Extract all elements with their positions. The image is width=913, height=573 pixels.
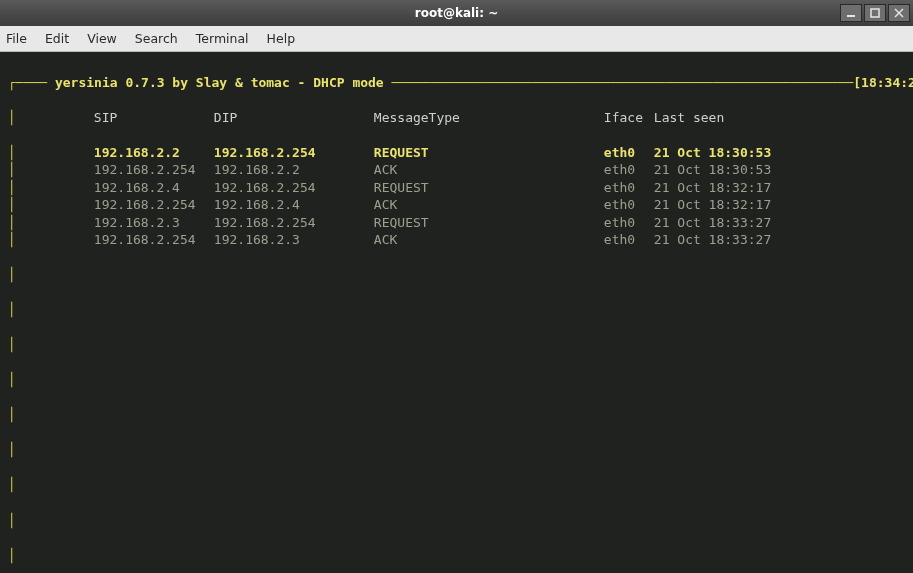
table-row-mtype: ACK [374, 196, 604, 214]
window-controls [840, 4, 913, 22]
table-row-dip: 192.168.2.2 [214, 161, 374, 179]
table-row-last: 21 Oct 18:33:27 [654, 214, 814, 232]
minimize-button[interactable] [840, 4, 862, 22]
table-row-iface: eth0 [604, 161, 654, 179]
close-button[interactable] [888, 4, 910, 22]
col-last: Last seen [654, 109, 814, 127]
table-row-dip: 192.168.2.3 [214, 231, 374, 249]
menu-search[interactable]: Search [135, 31, 178, 46]
table-row-sip: 192.168.2.254 [94, 161, 214, 179]
table-row-last: 21 Oct 18:32:17 [654, 196, 814, 214]
table-row-sip: 192.168.2.254 [94, 196, 214, 214]
svg-rect-1 [871, 9, 879, 17]
table-row-mtype: REQUEST [374, 214, 604, 232]
window-title: root@kali: ~ [415, 6, 498, 20]
table-row-last: 21 Oct 18:30:53 [654, 161, 814, 179]
table-row-sip: 192.168.2.3 [94, 214, 214, 232]
table-row-last: 21 Oct 18:33:27 [654, 231, 814, 249]
col-iface: Iface [604, 109, 654, 127]
table-row-iface: eth0 [604, 214, 654, 232]
table-row-dip: 192.168.2.4 [214, 196, 374, 214]
table-row-mtype: REQUEST [374, 144, 604, 162]
window-titlebar: root@kali: ~ [0, 0, 913, 26]
table-row-last: 21 Oct 18:30:53 [654, 144, 814, 162]
col-dip: DIP [214, 109, 374, 127]
terminal-area[interactable]: ┌──── yersinia 0.7.3 by Slay & tomac - D… [0, 52, 913, 573]
col-mtype: MessageType [374, 109, 604, 127]
col-sip: SIP [94, 109, 214, 127]
table-row-sip: 192.168.2.4 [94, 179, 214, 197]
banner: yersinia 0.7.3 by Slay & tomac - DHCP mo… [47, 75, 391, 90]
menu-file[interactable]: File [6, 31, 27, 46]
table-row-iface: eth0 [604, 196, 654, 214]
table-row-sip: 192.168.2.2 [94, 144, 214, 162]
table-row-mtype: REQUEST [374, 179, 604, 197]
maximize-button[interactable] [864, 4, 886, 22]
table-row-dip: 192.168.2.254 [214, 179, 374, 197]
table-row-mtype: ACK [374, 231, 604, 249]
table-row-mtype: ACK [374, 161, 604, 179]
menu-view[interactable]: View [87, 31, 117, 46]
table-row-last: 21 Oct 18:32:17 [654, 179, 814, 197]
menu-edit[interactable]: Edit [45, 31, 69, 46]
menu-terminal[interactable]: Terminal [196, 31, 249, 46]
table-row-dip: 192.168.2.254 [214, 214, 374, 232]
table-row-iface: eth0 [604, 231, 654, 249]
menubar: File Edit View Search Terminal Help [0, 26, 913, 52]
table-row-iface: eth0 [604, 144, 654, 162]
menu-help[interactable]: Help [267, 31, 296, 46]
clock: [18:34:24] [853, 75, 913, 90]
table-row-iface: eth0 [604, 179, 654, 197]
table-row-dip: 192.168.2.254 [214, 144, 374, 162]
table-row-sip: 192.168.2.254 [94, 231, 214, 249]
